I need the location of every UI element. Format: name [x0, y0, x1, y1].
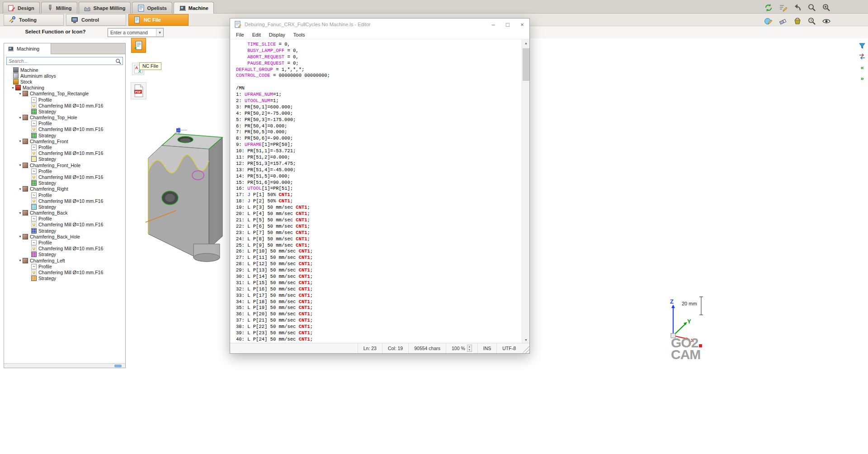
viewport-3d[interactable]: [140, 126, 240, 267]
minimize-button[interactable]: –: [486, 19, 500, 30]
tree-row-strategy[interactable]: Strategy: [5, 276, 124, 281]
expand-tree-icon[interactable]: »: [858, 74, 866, 82]
tree-row-operation[interactable]: ▾Chamfering_Right: [5, 186, 124, 192]
tab-shape-milling[interactable]: Shape Milling: [79, 2, 131, 14]
tree-expander-icon[interactable]: ▾: [18, 139, 23, 143]
tree-item-label: Chamfering Mill Ø=10 mm.F16: [38, 150, 103, 156]
tree-item-label: Chamfering_Right: [30, 186, 68, 192]
code-area[interactable]: TIME_SLICE = 0, BUSY_LAMP_OFF = 0, ABORT…: [236, 42, 330, 344]
search-icon[interactable]: [115, 58, 121, 64]
tree-expander-icon[interactable]: ▾: [10, 86, 15, 90]
resize-grip[interactable]: [521, 343, 529, 353]
scrollbar-thumb[interactable]: [523, 48, 529, 81]
tree-row-profile[interactable]: ~Profile: [5, 263, 124, 269]
tree-row-tool[interactable]: UChamfering Mill Ø=10 mm.F16: [5, 126, 124, 132]
tab-machine[interactable]: Machine: [174, 2, 214, 14]
tree-row-profile[interactable]: ~Profile: [5, 144, 124, 150]
tree-row-operation[interactable]: ▾Chamfering_Back: [5, 210, 124, 216]
tree-row-profile[interactable]: ~Profile: [5, 192, 124, 198]
tree-row-tool[interactable]: UChamfering Mill Ø=10 mm.F16: [5, 246, 124, 252]
tree-expander-icon[interactable]: ▾: [18, 116, 23, 120]
menu-file[interactable]: File: [232, 32, 248, 37]
scroll-up-icon[interactable]: ▲: [522, 39, 529, 47]
tree-row-operation[interactable]: ▾Chamfering_Front_Hole: [5, 162, 124, 168]
visibility-button[interactable]: [821, 16, 831, 26]
menu-tools[interactable]: Tools: [289, 32, 309, 37]
filter-funnel-icon: [859, 42, 866, 49]
tab-design[interactable]: Design: [3, 2, 40, 14]
tree-row-tool[interactable]: UChamfering Mill Ø=10 mm.F16: [5, 150, 124, 156]
search-input[interactable]: [7, 58, 115, 64]
tree-expander-icon[interactable]: ▾: [18, 211, 23, 215]
tree-horizontal-scrollbar[interactable]: [4, 363, 125, 368]
zoom-window-button[interactable]: [807, 2, 817, 13]
tree-row-operation[interactable]: ▾Chamfering_Top_Rectangle: [5, 91, 124, 97]
tree-expander-icon[interactable]: ▾: [18, 187, 23, 191]
tree-row-machine[interactable]: Machine: [5, 67, 124, 73]
tree-row-operation[interactable]: ▾Chamfering_Left: [5, 257, 124, 263]
subtab-control[interactable]: Control: [66, 14, 126, 26]
undo-button[interactable]: [792, 2, 802, 13]
tooltip: NC File: [139, 62, 161, 70]
tree-row-tool[interactable]: UChamfering Mill Ø=10 mm.F16: [5, 198, 124, 204]
tree-expander-icon[interactable]: ▾: [18, 163, 23, 167]
zoom-stepper[interactable]: ▲▼: [467, 345, 472, 352]
tree-row-profile[interactable]: ~Profile: [5, 97, 124, 103]
tree-row-machining[interactable]: ▾Machining: [5, 85, 124, 91]
tree-row-tool[interactable]: UChamfering Mill Ø=10 mm.F16: [5, 269, 124, 275]
menu-edit[interactable]: Edit: [248, 32, 265, 37]
scrollbar-thumb[interactable]: [114, 365, 122, 367]
rotate-view-button[interactable]: [763, 2, 774, 13]
tree-row-strategy[interactable]: Strategy: [5, 204, 124, 210]
tree-row-strategy[interactable]: Strategy: [5, 252, 124, 257]
collect-button[interactable]: [792, 16, 802, 26]
editor-titlebar[interactable]: Deburing_Fanuc_CRX_FullCycles No Machine…: [230, 19, 529, 30]
tab-machining-panel[interactable]: Machining: [4, 43, 51, 54]
previous-view-button[interactable]: [858, 52, 866, 61]
tree-row-tool[interactable]: UChamfering Mill Ø=10 mm.F16: [5, 222, 124, 228]
tree-row-profile[interactable]: ~Profile: [5, 121, 124, 126]
tab-opelists[interactable]: Opelists: [132, 2, 172, 14]
tree-expander-icon[interactable]: ▾: [18, 258, 23, 262]
editor-vertical-scrollbar[interactable]: ▲ ▼: [522, 39, 529, 344]
editor-content[interactable]: TIME_SLICE = 0, BUSY_LAMP_OFF = 0, ABORT…: [230, 39, 529, 344]
tree-row-profile[interactable]: ~Profile: [5, 168, 124, 174]
tree-row-operation[interactable]: ▾Chamfering_Back_Hole: [5, 234, 124, 239]
tree-row-profile[interactable]: ~Profile: [5, 239, 124, 245]
tree-row-material[interactable]: Aluminium alloys: [5, 73, 124, 79]
annotate-button[interactable]: [778, 2, 788, 13]
tree-row-tool[interactable]: UChamfering Mill Ø=10 mm.F16: [5, 174, 124, 180]
export-pdf-button[interactable]: PDF: [131, 82, 146, 99]
tree-row-tool[interactable]: UChamfering Mill Ø=10 mm.F16: [5, 103, 124, 108]
subtab-nc-file[interactable]: NC File: [128, 14, 189, 26]
collapse-tree-icon[interactable]: «: [858, 63, 866, 71]
tab-milling[interactable]: Milling: [41, 2, 77, 14]
tree-expander-icon[interactable]: ▾: [18, 92, 23, 96]
shaded-edit-button[interactable]: [763, 16, 774, 26]
menu-display[interactable]: Display: [265, 32, 289, 37]
maximize-button[interactable]: □: [500, 19, 515, 30]
tree-expander-icon[interactable]: ▾: [18, 234, 23, 239]
zoom-selection-button[interactable]: ?: [807, 16, 817, 26]
eraser-button[interactable]: [778, 16, 788, 26]
tree-row-profile[interactable]: ~Profile: [5, 216, 124, 222]
tree-row-strategy[interactable]: Strategy: [5, 228, 124, 234]
tree-row-strategy[interactable]: Strategy: [5, 156, 124, 162]
scale-bar: [698, 295, 704, 317]
tree-row-strategy[interactable]: Strategy: [5, 108, 124, 114]
tree-row-operation[interactable]: ▾Chamfering_Front: [5, 138, 124, 144]
tree-row-strategy[interactable]: Strategy: [5, 132, 124, 138]
close-button[interactable]: ×: [515, 19, 529, 30]
tree-item-label: Chamfering Mill Ø=10 mm.F16: [38, 270, 103, 275]
tree-row-strategy[interactable]: Strategy: [5, 180, 124, 186]
tree-row-stock[interactable]: Stock: [5, 79, 124, 84]
zoom-in-button[interactable]: [821, 2, 831, 13]
chevron-down-icon[interactable]: ▾: [156, 28, 163, 37]
nc-file-generate-button[interactable]: [131, 38, 146, 53]
subtab-label: NC File: [144, 17, 161, 23]
subtab-tooling[interactable]: Tooling: [4, 14, 64, 26]
filter-button[interactable]: [858, 42, 866, 50]
tree-row-operation[interactable]: ▾Chamfering_Top_Hole: [5, 115, 124, 121]
part-3d-view[interactable]: [140, 126, 240, 266]
command-combobox[interactable]: Enter a command ▾: [108, 28, 164, 37]
